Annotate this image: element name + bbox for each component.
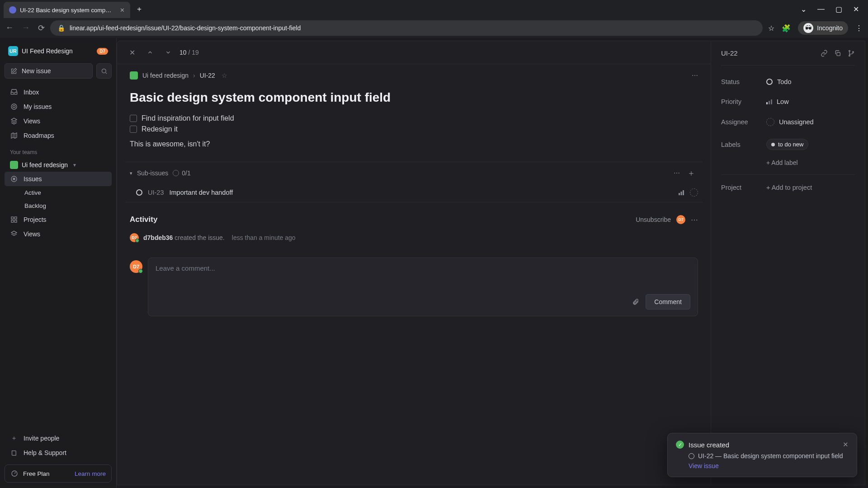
subscriber-avatar[interactable]: D7 xyxy=(676,215,685,224)
sidebar-section-teams: Your teams xyxy=(5,143,112,158)
incognito-badge[interactable]: 🕶 Incognito xyxy=(798,21,848,35)
new-issue-button[interactable]: New issue xyxy=(5,63,93,79)
svg-point-16 xyxy=(853,52,854,53)
book-icon xyxy=(10,449,18,457)
subissues-header: ▾ Sub-issues 0/1 ⋯ ＋ xyxy=(125,162,703,184)
prev-issue-button[interactable] xyxy=(143,46,157,59)
activity-section: Activity Unsubscribe D7 ⋯ D7 d7bdeb36 cr… xyxy=(117,202,711,255)
forward-button[interactable]: → xyxy=(22,23,30,33)
sidebar-item-projects[interactable]: Projects xyxy=(5,212,112,227)
add-label-button[interactable]: + Add label xyxy=(721,156,855,175)
sidebar-item-inbox[interactable]: Inbox xyxy=(5,85,112,99)
subissues-more-button[interactable]: ⋯ xyxy=(674,169,680,177)
help-support-button[interactable]: Help & Support xyxy=(5,446,112,460)
team-dropdown[interactable]: Ui feed redesign ▾ xyxy=(5,158,112,172)
window-controls: ⌄ ― ▢ ✕ xyxy=(801,5,864,14)
priority-icon[interactable] xyxy=(678,189,684,196)
subissue-title: Important dev handoff xyxy=(169,189,233,196)
priority-icon xyxy=(766,99,772,104)
extensions-button[interactable]: 🧩 xyxy=(782,24,791,33)
more-options-button[interactable]: ⋯ xyxy=(692,72,698,79)
main-content: ✕ 10 / 19 Ui feed redesign › UI-22 ☆ ⋯ B… xyxy=(117,41,865,485)
label-pill[interactable]: to do new xyxy=(766,139,808,150)
browser-chrome: UI-22 Basic design system comp… ✕ ＋ ⌄ ― … xyxy=(0,0,868,38)
status-icon[interactable] xyxy=(136,189,142,196)
bookmark-button[interactable]: ☆ xyxy=(768,24,774,33)
svg-rect-8 xyxy=(14,220,17,222)
tab-title: UI-22 Basic design system comp… xyxy=(20,7,116,14)
issue-content: ✕ 10 / 19 Ui feed redesign › UI-22 ☆ ⋯ B… xyxy=(117,41,711,485)
success-icon: ✓ xyxy=(676,441,684,449)
toast-title: Issue created xyxy=(689,441,729,449)
checklist-item: Redesign it xyxy=(130,124,698,135)
checkbox[interactable] xyxy=(130,115,137,122)
sidebar-item-backlog[interactable]: Backlog xyxy=(5,199,112,212)
issue-body[interactable]: Find inspiration for input field Redesig… xyxy=(117,113,711,156)
reload-button[interactable]: ⟳ xyxy=(38,23,45,33)
favorite-button[interactable]: ☆ xyxy=(222,72,227,79)
browser-tab[interactable]: UI-22 Basic design system comp… ✕ xyxy=(4,2,130,18)
sidebar-item-team-views[interactable]: Views xyxy=(5,227,112,241)
sidebar-item-roadmaps[interactable]: Roadmaps xyxy=(5,128,112,143)
minimize-button[interactable]: ― xyxy=(817,5,825,14)
url-input[interactable]: 🔒 linear.app/ui-feed-redesign/issue/UI-2… xyxy=(50,20,763,36)
workspace-icon: UR xyxy=(8,46,18,56)
add-subissue-button[interactable]: ＋ xyxy=(684,168,698,178)
git-branch-button[interactable] xyxy=(848,50,855,57)
issue-counter: 10 / 19 xyxy=(179,49,199,56)
collapse-toggle[interactable]: ▾ xyxy=(130,170,132,176)
activity-title: Activity xyxy=(130,215,157,224)
add-project-button[interactable]: + Add to project xyxy=(766,184,812,191)
sidebar-item-my-issues[interactable]: My issues xyxy=(5,99,112,114)
priority-picker[interactable]: Low xyxy=(766,98,789,105)
panel-header: UI-22 xyxy=(721,49,855,66)
checkbox[interactable] xyxy=(130,126,137,133)
assignee-picker[interactable]: Unassigned xyxy=(766,118,814,126)
unsubscribe-button[interactable]: Unsubscribe xyxy=(636,216,671,223)
assignee-icon[interactable] xyxy=(690,188,698,197)
comment-placeholder: Leave a comment... xyxy=(156,264,690,294)
sidebar-item-issues[interactable]: Issues xyxy=(5,172,112,186)
user-avatar: D7 xyxy=(130,233,139,242)
learn-more-link[interactable]: Learn more xyxy=(75,470,106,477)
toast-notification: ✓ Issue created ✕ UI-22 — Basic design s… xyxy=(667,433,857,477)
svg-rect-10 xyxy=(679,193,680,195)
svg-point-15 xyxy=(849,55,850,56)
close-tab-button[interactable]: ✕ xyxy=(120,7,125,14)
workspace-switcher[interactable]: UR UI Feed Redesign D7 xyxy=(5,43,112,59)
comment-button[interactable]: Comment xyxy=(646,294,690,310)
content-topbar: ✕ 10 / 19 xyxy=(117,41,711,64)
activity-header: Activity Unsubscribe D7 ⋯ xyxy=(130,215,698,224)
comment-input[interactable]: Leave a comment... Comment xyxy=(148,258,698,316)
invite-people-button[interactable]: ＋ Invite people xyxy=(5,431,112,446)
plan-indicator: Free Plan Learn more xyxy=(5,465,112,483)
copy-link-button[interactable] xyxy=(821,50,828,57)
subissue-row[interactable]: UI-23 Important dev handoff xyxy=(125,184,703,202)
chevron-down-icon[interactable]: ⌄ xyxy=(801,5,807,14)
sidebar-item-active[interactable]: Active xyxy=(5,186,112,199)
map-icon xyxy=(10,131,18,140)
status-icon xyxy=(766,79,773,85)
breadcrumb-project[interactable]: Ui feed redesign xyxy=(142,72,189,79)
maximize-button[interactable]: ▢ xyxy=(835,5,842,14)
panel-issue-id: UI-22 xyxy=(721,49,814,57)
copy-id-button[interactable] xyxy=(834,50,841,57)
status-picker[interactable]: Todo xyxy=(766,78,791,85)
svg-point-2 xyxy=(13,105,15,108)
attach-button[interactable] xyxy=(632,298,639,305)
new-tab-button[interactable]: ＋ xyxy=(136,5,143,14)
activity-more-button[interactable]: ⋯ xyxy=(691,216,698,224)
svg-rect-7 xyxy=(11,220,14,222)
issue-title[interactable]: Basic design system component input fiel… xyxy=(117,86,711,113)
back-button[interactable]: ← xyxy=(5,23,14,33)
inbox-icon xyxy=(10,88,18,96)
search-button[interactable] xyxy=(96,63,112,79)
sidebar-item-views[interactable]: Views xyxy=(5,114,112,128)
view-issue-link[interactable]: View issue xyxy=(676,462,849,469)
svg-point-1 xyxy=(11,104,17,109)
next-issue-button[interactable] xyxy=(161,46,175,59)
close-panel-button[interactable]: ✕ xyxy=(125,46,139,59)
close-window-button[interactable]: ✕ xyxy=(853,5,859,14)
browser-menu-button[interactable]: ⋮ xyxy=(855,24,863,33)
toast-close-button[interactable]: ✕ xyxy=(843,441,849,449)
